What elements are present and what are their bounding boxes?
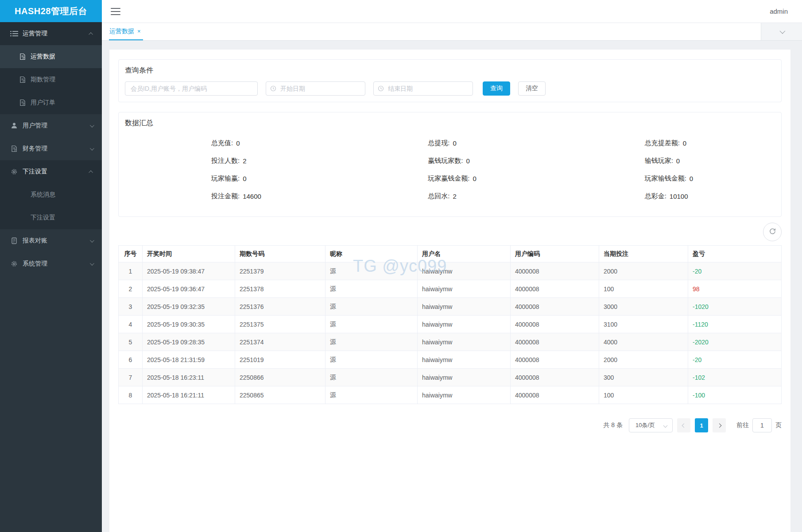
sidebar-item-operation-data[interactable]: 运营数据 — [0, 45, 102, 68]
summary-stat: 投注人数: 2 — [125, 152, 341, 170]
refresh-button[interactable] — [763, 223, 782, 241]
cell-profit-loss: -20 — [688, 262, 782, 280]
stat-label: 总提现: — [428, 139, 449, 147]
tab-operation-data[interactable]: 运营数据 × — [109, 23, 143, 40]
stat-value: 0 — [466, 157, 470, 165]
sidebar-item-label: 运营数据 — [31, 53, 93, 61]
sidebar-item-label: 运营管理 — [23, 30, 90, 38]
stat-label: 玩家赢钱金额: — [428, 174, 469, 183]
start-date-input[interactable] — [266, 81, 365, 96]
tab-close-icon[interactable]: × — [137, 28, 141, 34]
page-size-select[interactable]: 10条/页 — [629, 418, 673, 432]
refresh-icon — [769, 227, 776, 236]
header-current-bet: 当期投注 — [599, 246, 688, 262]
table-row: 8 2025-05-18 16:21:11 2250865 源 haiwaiym… — [119, 386, 782, 404]
cell-issue-number: 2251375 — [235, 316, 325, 333]
table-toolbar — [118, 223, 782, 241]
sidebar-item-finance-management[interactable]: 财务管理 — [0, 137, 102, 160]
chevron-left-icon — [682, 423, 686, 428]
cell-issue-number: 2251019 — [235, 351, 325, 369]
topbar: admin — [102, 0, 802, 23]
stat-label: 玩家输钱金额: — [645, 174, 686, 183]
gear-icon — [10, 168, 18, 176]
tab-list-dropdown-button[interactable] — [761, 23, 802, 40]
cell-issue-number: 2251376 — [235, 298, 325, 316]
chevron-down-icon — [90, 123, 94, 127]
sidebar-item-system-messages[interactable]: 系统消息 — [0, 183, 102, 206]
sidebar-item-period-management[interactable]: 期数管理 — [0, 68, 102, 91]
prev-page-button[interactable] — [677, 418, 690, 432]
doc-icon — [10, 237, 18, 245]
search-button[interactable]: 查询 — [483, 81, 510, 96]
table-header: 序号 开奖时间 期数号码 昵称 用户名 用户编码 当期投注 盈亏 — [119, 246, 782, 262]
sidebar-item-label: 期数管理 — [31, 76, 93, 84]
cell-nickname: 源 — [325, 316, 418, 333]
cell-nickname: 源 — [325, 262, 418, 280]
table-row: 2 2025-05-19 09:36:47 2251378 源 haiwaiym… — [119, 280, 782, 298]
cell-username: haiwaiymw — [418, 386, 511, 404]
end-date-input[interactable] — [373, 81, 473, 96]
hamburger-menu-icon[interactable] — [111, 8, 120, 15]
summary-stat: 赢钱玩家数: 0 — [341, 152, 558, 170]
cell-current-bet: 100 — [599, 386, 688, 404]
summary-stat: 总回水: 2 — [341, 187, 558, 205]
next-page-button[interactable] — [713, 418, 726, 432]
header-user-code: 用户编码 — [511, 246, 599, 262]
cell-username: haiwaiymw — [418, 298, 511, 316]
table-row: 3 2025-05-19 09:32:35 2251376 源 haiwaiym… — [119, 298, 782, 316]
chevron-down-icon — [779, 28, 785, 34]
cell-current-bet: 100 — [599, 280, 688, 298]
cell-user-code: 4000008 — [511, 262, 599, 280]
cell-username: haiwaiymw — [418, 262, 511, 280]
clear-button[interactable]: 清空 — [518, 81, 546, 96]
summary-stat: 投注金额: 14600 — [125, 187, 341, 205]
sidebar: HASH28管理后台 运营管理 运营数据 期数管理 — [0, 0, 102, 532]
cell-nickname: 源 — [325, 298, 418, 316]
stat-value: 0 — [236, 139, 240, 147]
sidebar-item-operations[interactable]: 运营管理 — [0, 22, 102, 45]
cell-user-code: 4000008 — [511, 316, 599, 333]
cell-issue-number: 2251379 — [235, 262, 325, 280]
cell-draw-time: 2025-05-19 09:32:35 — [143, 298, 235, 316]
query-card: 查询条件 — [118, 59, 782, 102]
cell-user-code: 4000008 — [511, 369, 599, 386]
sidebar-item-user-orders[interactable]: 用户订单 — [0, 91, 102, 114]
stat-value: 2 — [453, 193, 457, 200]
sidebar-item-label: 报表对账 — [23, 237, 90, 245]
content-panel: 查询条件 — [109, 50, 790, 532]
page-number-1[interactable]: 1 — [695, 418, 708, 432]
sidebar-menu: 运营管理 运营数据 期数管理 用户订单 — [0, 22, 102, 532]
cell-username: haiwaiymw — [418, 333, 511, 351]
sidebar-item-report-reconciliation[interactable]: 报表对账 — [0, 229, 102, 252]
main-area: admin 运营数据 × 查询条件 — [102, 0, 802, 532]
cell-draw-time: 2025-05-19 09:36:47 — [143, 280, 235, 298]
end-date-picker — [373, 81, 473, 96]
tab-bar: 运营数据 × — [102, 23, 802, 41]
member-search-input[interactable] — [125, 81, 258, 96]
cell-no: 5 — [119, 333, 143, 351]
cell-user-code: 4000008 — [511, 280, 599, 298]
sidebar-item-user-management[interactable]: 用户管理 — [0, 114, 102, 137]
goto-page-input[interactable] — [752, 418, 772, 432]
cell-no: 8 — [119, 386, 143, 404]
stat-value: 0 — [683, 139, 686, 147]
cell-issue-number: 2250866 — [235, 369, 325, 386]
cell-issue-number: 2251374 — [235, 333, 325, 351]
cell-draw-time: 2025-05-18 16:23:11 — [143, 369, 235, 386]
header-issue-number: 期数号码 — [235, 246, 325, 262]
sidebar-item-system-management[interactable]: 系统管理 — [0, 252, 102, 275]
cell-username: haiwaiymw — [418, 316, 511, 333]
query-row: 查询 清空 — [125, 81, 775, 96]
stat-value: 0 — [676, 157, 680, 165]
sidebar-item-bet-settings[interactable]: 下注设置 — [0, 160, 102, 183]
user-menu[interactable]: admin — [770, 8, 788, 15]
stat-label: 输钱玩家: — [645, 157, 673, 165]
cell-username: haiwaiymw — [418, 280, 511, 298]
summary-stat: 玩家输钱金额: 0 — [558, 170, 775, 187]
app-root: HASH28管理后台 运营管理 运营数据 期数管理 — [0, 0, 802, 532]
header-draw-time: 开奖时间 — [143, 246, 235, 262]
cell-no: 4 — [119, 316, 143, 333]
summary-stat: 玩家输赢: 0 — [125, 170, 341, 187]
goto-page: 前往 页 — [736, 418, 782, 432]
sidebar-item-bet-settings-sub[interactable]: 下注设置 — [0, 206, 102, 229]
